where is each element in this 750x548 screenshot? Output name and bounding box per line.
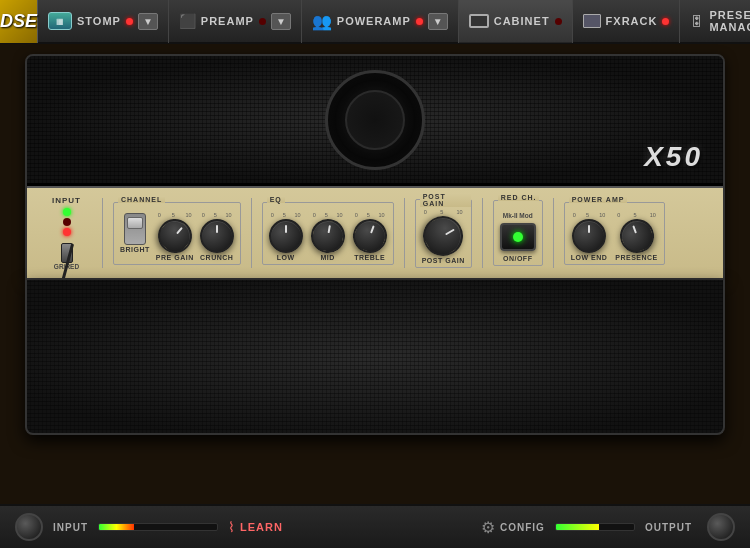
- crunch-wrap: 0510 CRUNCH: [200, 212, 234, 261]
- nav-preamp[interactable]: ⬛ PREAMP ▼: [169, 0, 302, 43]
- treble-wrap: 0510 TREBLE: [353, 212, 387, 261]
- output-bottom-label: OUTPUT: [645, 522, 692, 533]
- treble-label: TREBLE: [354, 254, 385, 261]
- output-meter-fill: [556, 524, 599, 530]
- output-knob[interactable]: [707, 513, 735, 541]
- cabinet-label: CABINET: [494, 15, 550, 27]
- output-meter: [555, 523, 635, 531]
- eq-title: EQ: [267, 196, 285, 203]
- input-led-group: [63, 208, 71, 236]
- mk2-label: Mk-II Mod: [503, 212, 533, 219]
- stomp-label: STOMP: [77, 15, 121, 27]
- eq-section: EQ 0510 LOW 0510: [262, 202, 394, 265]
- onoff-label: ON/OFF: [503, 255, 532, 262]
- onoff-inner: [513, 232, 523, 242]
- power-amp-section: POWER AMP 0510 LOW END 0510: [564, 202, 665, 265]
- low-scale: 0510: [269, 212, 303, 218]
- input-section-label: INPUT: [52, 196, 81, 205]
- amp-grille: X50: [27, 56, 723, 186]
- controls-panel: INPUT GR/RED CHANNEL: [27, 186, 723, 278]
- nav-fxrack[interactable]: FXRACK: [573, 0, 681, 43]
- low-knob[interactable]: [269, 219, 303, 253]
- learn-icon: ⌇: [228, 519, 235, 535]
- fxrack-label: FXRACK: [606, 15, 658, 27]
- preset-icon: 🎛: [690, 13, 704, 29]
- preamp-icon: ⬛: [179, 13, 196, 29]
- post-gain-section: POST GAIN 0510 POST GAIN: [415, 199, 472, 268]
- preset-label: PRESET MANAGER: [709, 9, 750, 33]
- divider-3: [404, 198, 405, 268]
- app-logo: DSE: [0, 0, 38, 43]
- treble-knob[interactable]: [348, 214, 392, 258]
- poweramp-icon: 👥: [312, 12, 332, 31]
- amp-model-label: X50: [644, 141, 703, 173]
- top-nav-bar: DSE ▦ STOMP ▼ ⬛ PREAMP ▼ 👥 POWERAMP ▼ CA…: [0, 0, 750, 44]
- input-led-1: [63, 218, 71, 226]
- preamp-dropdown[interactable]: ▼: [271, 13, 291, 30]
- red-ch-onoff-button[interactable]: [500, 223, 536, 251]
- poweramp-dropdown[interactable]: ▼: [428, 13, 448, 30]
- amp-head: X50 INPUT GR/RED CHANNEL: [25, 54, 725, 280]
- low-wrap: 0510 LOW: [269, 212, 303, 261]
- red-ch-title: RED CH.: [498, 194, 540, 201]
- divider-4: [482, 198, 483, 268]
- mid-wrap: 0510 MID: [311, 212, 345, 261]
- presence-knob[interactable]: [615, 214, 659, 258]
- low-end-knob[interactable]: [572, 219, 606, 253]
- amp-cabinet: [25, 280, 725, 435]
- config-label: CONFIG: [500, 522, 545, 533]
- speaker-inner: [345, 90, 405, 150]
- crunch-knob[interactable]: [200, 219, 234, 253]
- presence-scale: 0510: [615, 212, 658, 218]
- fxrack-icon: [583, 14, 601, 28]
- pre-gain-label: PRE GAIN: [156, 254, 194, 261]
- post-gain-title: POST GAIN: [420, 193, 471, 207]
- mid-knob[interactable]: [308, 216, 347, 255]
- mid-scale: 0510: [311, 212, 345, 218]
- bright-toggle[interactable]: [124, 213, 146, 245]
- crunch-label: CRUNCH: [200, 254, 233, 261]
- low-end-label: LOW END: [571, 254, 608, 261]
- nav-stomp[interactable]: ▦ STOMP ▼: [38, 0, 169, 43]
- jack-area: [61, 243, 73, 263]
- low-end-scale: 0510: [571, 212, 608, 218]
- input-meter: [98, 523, 218, 531]
- channel-title: CHANNEL: [118, 196, 165, 203]
- stomp-dropdown[interactable]: ▼: [138, 13, 158, 30]
- gear-icon: ⚙: [481, 518, 495, 537]
- low-label: LOW: [277, 254, 295, 261]
- pre-gain-knob[interactable]: [151, 212, 199, 260]
- input-knob[interactable]: [15, 513, 43, 541]
- red-ch-section: RED CH. Mk-II Mod ON/OFF: [493, 200, 543, 266]
- post-gain-label: POST GAIN: [422, 257, 465, 264]
- stomp-led: [126, 18, 133, 25]
- logo-text: DSE: [0, 11, 37, 32]
- learn-button[interactable]: ⌇ LEARN: [228, 519, 283, 535]
- poweramp-led: [416, 18, 423, 25]
- bright-thumb: [127, 217, 143, 229]
- bright-wrap: BRIGHT: [120, 212, 150, 253]
- power-amp-title: POWER AMP: [569, 196, 628, 203]
- channel-section: CHANNEL BRIGHT 0510: [113, 202, 241, 265]
- cabinet-icon: [469, 14, 489, 28]
- presence-wrap: 0510 PRESENCE: [615, 212, 658, 261]
- config-button[interactable]: ⚙ CONFIG: [481, 518, 545, 537]
- pre-gain-wrap: 0510 PRE GAIN: [156, 212, 194, 261]
- nav-poweramp[interactable]: 👥 POWERAMP ▼: [302, 0, 459, 43]
- post-gain-knob[interactable]: [416, 208, 471, 263]
- pre-gain-scale: 0510: [156, 212, 194, 218]
- stomp-icon: ▦: [48, 12, 72, 30]
- post-gain-wrap: 0510 POST GAIN: [422, 209, 465, 264]
- preamp-label: PREAMP: [201, 15, 254, 27]
- input-section: INPUT GR/RED: [39, 196, 94, 270]
- nav-cabinet[interactable]: CABINET: [459, 0, 573, 43]
- treble-scale: 0510: [353, 212, 387, 218]
- post-gain-scale: 0510: [422, 209, 465, 215]
- input-meter-fill: [99, 524, 134, 530]
- input-bottom-label: INPUT: [53, 522, 88, 533]
- input-led-green: [63, 208, 71, 216]
- nav-preset[interactable]: 🎛 PRESET MANAGER: [680, 0, 750, 43]
- learn-label: LEARN: [240, 521, 283, 533]
- divider-2: [251, 198, 252, 268]
- preamp-led: [259, 18, 266, 25]
